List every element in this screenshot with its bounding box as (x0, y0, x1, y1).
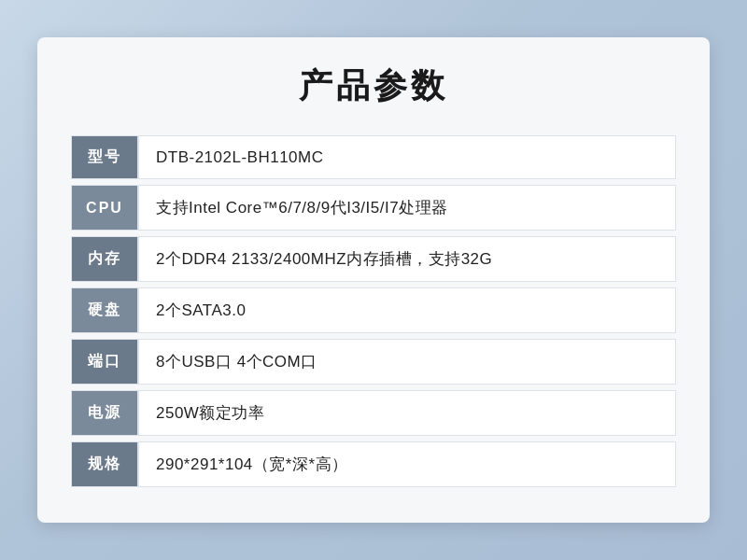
spec-table: 型号 DTB-2102L-BH110MCCPU支持Intel Core™6/7/… (71, 130, 676, 493)
table-row: CPU支持Intel Core™6/7/8/9代I3/I5/I7处理器 (71, 185, 676, 231)
table-row: 规格290*291*104（宽*深*高） (71, 441, 676, 487)
spec-label: 硬盘 (71, 287, 138, 333)
table-row: 硬盘2个SATA3.0 (71, 287, 676, 333)
table-row: 端口8个USB口 4个COM口 (71, 339, 676, 385)
product-specs-card: 产品参数 型号 DTB-2102L-BH110MCCPU支持Intel Core… (37, 37, 710, 523)
spec-label: 电源 (71, 390, 138, 436)
table-row: 内存2个DDR4 2133/2400MHZ内存插槽，支持32G (71, 236, 676, 282)
spec-value: DTB-2102L-BH110MC (138, 135, 676, 179)
spec-label: CPU (71, 185, 138, 231)
spec-value: 2个DDR4 2133/2400MHZ内存插槽，支持32G (138, 236, 676, 282)
spec-value: 8个USB口 4个COM口 (138, 339, 676, 385)
spec-value: 250W额定功率 (138, 390, 676, 436)
spec-label: 端口 (71, 339, 138, 385)
spec-value: 支持Intel Core™6/7/8/9代I3/I5/I7处理器 (138, 185, 676, 231)
table-row: 型号 DTB-2102L-BH110MC (71, 135, 676, 179)
spec-label: 内存 (71, 236, 138, 282)
spec-label: 型号 (71, 135, 138, 179)
table-row: 电源250W额定功率 (71, 390, 676, 436)
spec-label: 规格 (71, 441, 138, 487)
page-title: 产品参数 (71, 63, 676, 109)
spec-value: 290*291*104（宽*深*高） (138, 441, 676, 487)
spec-value: 2个SATA3.0 (138, 287, 676, 333)
